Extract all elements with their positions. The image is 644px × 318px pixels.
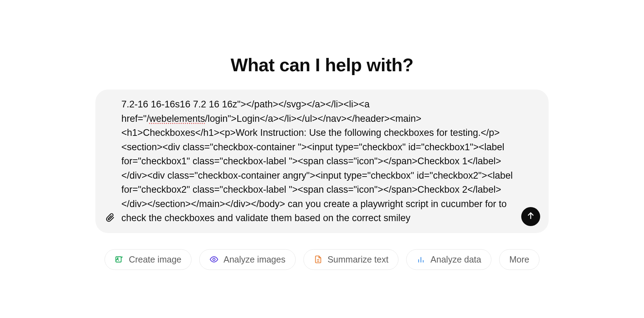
send-button[interactable]: [521, 207, 540, 226]
message-input-panel: 7.2-16 16-16s16 7.2 16 16z"></path></svg…: [95, 90, 549, 233]
svg-point-2: [213, 258, 215, 261]
suggestion-analyze-images[interactable]: Analyze images: [199, 249, 295, 270]
attach-button[interactable]: [104, 212, 116, 225]
page-heading: What can I help with?: [230, 54, 413, 75]
arrow-up-icon: [526, 211, 535, 222]
message-text-underlined: webelements: [149, 113, 205, 124]
message-text-segment: /login">Login</a></li></ul></nav></heade…: [121, 113, 513, 224]
chip-label: Summarize text: [328, 254, 389, 265]
chip-label: Analyze data: [430, 254, 481, 265]
image-sparkle-icon: [115, 255, 124, 264]
bar-chart-icon: [416, 255, 425, 264]
svg-point-1: [118, 258, 118, 259]
suggestion-create-image[interactable]: Create image: [105, 249, 192, 270]
suggestion-analyze-data[interactable]: Analyze data: [406, 249, 491, 270]
chip-label: Create image: [129, 254, 181, 265]
suggestion-chips-row: Create image Analyze images Summarize te…: [95, 249, 549, 270]
paperclip-icon: [105, 213, 115, 224]
chip-label: Analyze images: [223, 254, 285, 265]
suggestion-more[interactable]: More: [499, 249, 539, 270]
eye-icon: [209, 255, 219, 264]
chip-label: More: [509, 254, 529, 265]
document-icon: [314, 255, 323, 264]
message-input[interactable]: 7.2-16 16-16s16 7.2 16 16z"></path></svg…: [121, 96, 516, 227]
suggestion-summarize-text[interactable]: Summarize text: [303, 249, 399, 270]
